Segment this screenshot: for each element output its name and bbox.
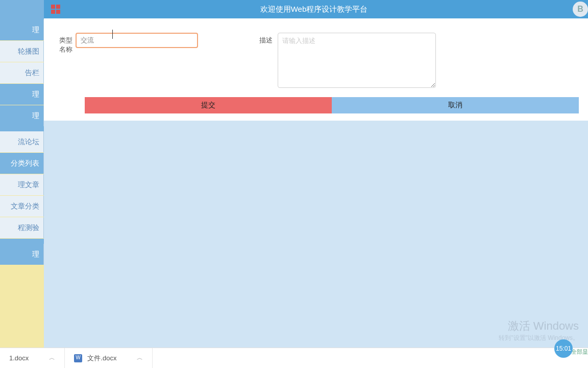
download-bar: 1.docx ︿ 文件.docx ︿ bbox=[0, 348, 588, 368]
show-all-link[interactable]: 全部显 bbox=[571, 348, 588, 356]
empty-area bbox=[44, 121, 588, 348]
clock-badge[interactable]: 15:01 bbox=[554, 339, 573, 358]
sidebar-item-5[interactable]: 流论坛 bbox=[0, 131, 44, 152]
file-label-2: 文件.docx bbox=[87, 354, 116, 363]
sidebar-item-2[interactable]: 告栏 bbox=[0, 62, 44, 83]
menu-grid-icon[interactable] bbox=[51, 5, 60, 14]
type-name-input[interactable] bbox=[76, 33, 198, 48]
avatar[interactable]: B bbox=[573, 2, 588, 17]
sidebar-item-9[interactable]: 程测验 bbox=[0, 217, 44, 238]
sidebar-item-1[interactable]: 轮播图 bbox=[0, 41, 44, 62]
download-item-2[interactable]: 文件.docx ︿ bbox=[65, 348, 153, 368]
text-cursor-icon bbox=[112, 30, 113, 39]
header: 欢迎使用Web程序设计教学平台 B bbox=[44, 0, 588, 18]
sidebar-item-8[interactable]: 文章分类 bbox=[0, 196, 44, 217]
page-title: 欢迎使用Web程序设计教学平台 bbox=[60, 5, 588, 14]
sidebar-item-6[interactable]: 分类列表 bbox=[0, 153, 44, 174]
content-area: 类型名称 描述 提交 取消 bbox=[44, 18, 588, 348]
watermark-title: 激活 Windows bbox=[499, 318, 579, 334]
type-name-label: 类型名称 bbox=[53, 33, 72, 54]
chevron-up-icon[interactable]: ︿ bbox=[49, 354, 55, 362]
sidebar-item-0[interactable]: 理 bbox=[0, 19, 44, 40]
sidebar: 理 轮播图 告栏 理 理 流论坛 分类列表 理文章 文章分类 程测验 理 bbox=[0, 0, 44, 348]
desc-label: 描述 bbox=[259, 33, 273, 45]
chevron-up-icon[interactable]: ︿ bbox=[137, 354, 143, 362]
cancel-button[interactable]: 取消 bbox=[332, 97, 579, 113]
form-area: 类型名称 描述 提交 取消 bbox=[44, 18, 588, 124]
sidebar-item-3[interactable]: 理 bbox=[0, 84, 44, 105]
download-item-1[interactable]: 1.docx ︿ bbox=[0, 348, 65, 368]
submit-button[interactable]: 提交 bbox=[85, 97, 332, 113]
sidebar-item-4[interactable]: 理 bbox=[0, 105, 44, 126]
sidebar-item-7[interactable]: 理文章 bbox=[0, 174, 44, 195]
sidebar-item-10[interactable]: 理 bbox=[0, 244, 44, 265]
windows-watermark: 激活 Windows 转到"设置"以激活 Windows。 bbox=[499, 318, 579, 342]
file-label-1: 1.docx bbox=[9, 354, 29, 362]
desc-textarea[interactable] bbox=[278, 33, 436, 88]
word-doc-icon bbox=[74, 354, 82, 362]
